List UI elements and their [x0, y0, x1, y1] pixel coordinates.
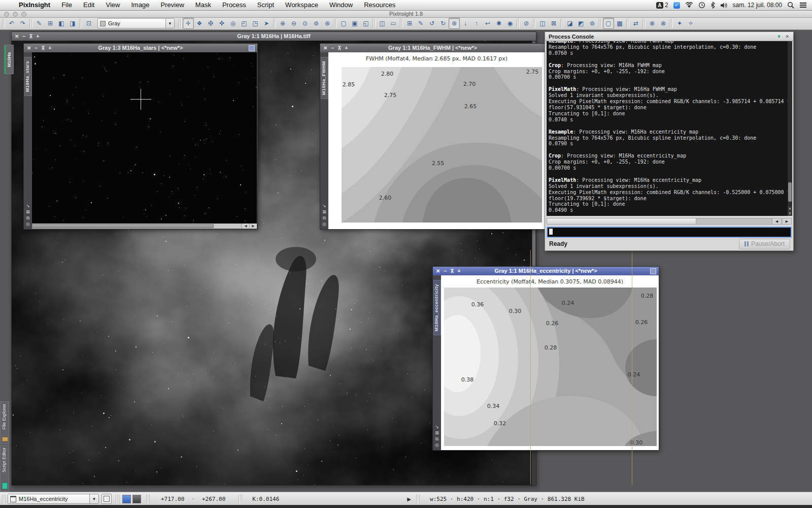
window-m16ha-fwhm[interactable]: ✕ − ⊼ + Gray 1:1 M16Ha_FWHM | <*new*> M1…: [320, 43, 546, 230]
crop-icon[interactable]: ▣: [349, 18, 360, 29]
window-m16ha-eccentricity[interactable]: ✕ − ⊼ + Gray 1:1 M16Ha_eccentricity | <*…: [432, 266, 659, 451]
duplicate-view-icon[interactable]: ◧: [56, 18, 67, 29]
active-view-select[interactable]: M16Ha_eccentricity ▼: [8, 494, 99, 504]
screen-reset-all-icon[interactable]: ⊗: [658, 18, 669, 29]
toolbar-grip[interactable]: [670, 19, 673, 28]
screen-transfer-icon[interactable]: ⇄: [630, 18, 641, 29]
toolbar-grip[interactable]: [517, 19, 520, 28]
menu-view[interactable]: View: [100, 1, 125, 9]
dock-tab-file-explorer[interactable]: File Explorer: [0, 401, 9, 444]
screen-reset-icon[interactable]: ⊗: [647, 18, 658, 29]
split-view-icon[interactable]: ◫: [537, 18, 548, 29]
layers-icon[interactable]: ⧉: [323, 215, 326, 220]
toolbar-grip[interactable]: [642, 19, 646, 28]
process-explorer-icon[interactable]: ⊛: [449, 18, 460, 29]
select-tool-icon[interactable]: ➤: [261, 18, 272, 29]
dock-tab-script-editor[interactable]: Script Editor: [0, 445, 9, 492]
menu-process[interactable]: Process: [217, 1, 252, 9]
new-preview-icon[interactable]: ◰: [239, 18, 250, 29]
toolbar-grip[interactable]: [400, 19, 403, 28]
menu-window[interactable]: Window: [324, 1, 358, 9]
resize-corner-icon[interactable]: ↘: [322, 203, 326, 208]
layers-icon[interactable]: ⧉: [435, 436, 438, 441]
console-output[interactable]: Resample: Processing view: M16Ha FWHM ma…: [547, 41, 788, 216]
workspace-tab-m16ha[interactable]: M16Ha: [4, 45, 14, 74]
menu-edit[interactable]: Edit: [78, 1, 100, 9]
chevron-down-icon[interactable]: ▼: [165, 19, 174, 28]
target-icon[interactable]: ◎: [435, 442, 439, 448]
wifi-icon[interactable]: [685, 1, 693, 9]
chevron-down-icon[interactable]: ▼: [89, 494, 98, 503]
grip-handle[interactable]: [146, 494, 150, 503]
zoom-fit-icon[interactable]: ⊚: [311, 18, 322, 29]
edit-preview-icon[interactable]: ◳: [250, 18, 261, 29]
process-revert-icon[interactable]: ↩: [482, 18, 493, 29]
menu-preview[interactable]: Preview: [155, 1, 190, 9]
new-image-window-icon[interactable]: ⊞: [45, 18, 56, 29]
process-new-icon[interactable]: ⊞: [404, 18, 415, 29]
process-export-icon[interactable]: ↑: [471, 18, 482, 29]
fwhm-plot-canvas[interactable]: FWHM (Moffat4, Median 2.685 px, MAD 0.16…: [328, 52, 545, 229]
menu-script[interactable]: Script: [252, 1, 280, 9]
view-tab[interactable]: M16Ha_stars: [24, 57, 32, 96]
process-redo-icon[interactable]: ↻: [437, 18, 449, 29]
notification-center-icon[interactable]: [799, 1, 807, 9]
toolbar-grip[interactable]: [334, 19, 337, 28]
play-icon[interactable]: ▶: [407, 496, 411, 502]
view-tab[interactable]: M16Ha_eccentricity: [433, 280, 441, 335]
mask-off-icon[interactable]: ⊠: [26, 209, 30, 214]
screen-stf-icon[interactable]: ▢: [603, 18, 614, 29]
selection-icon[interactable]: ▢: [338, 18, 349, 29]
menu-resources[interactable]: Resources: [358, 1, 401, 9]
view-tab[interactable]: M16Ha_FWHM: [321, 57, 328, 99]
process-settings-icon[interactable]: ✱: [493, 18, 504, 29]
mask-find-icon[interactable]: ⊚: [587, 18, 598, 29]
toolbar-grip[interactable]: [599, 19, 602, 28]
menu-mask[interactable]: Mask: [190, 1, 217, 9]
horizontal-scrollbar[interactable]: [32, 224, 242, 229]
process-undo-icon[interactable]: ↺: [426, 18, 437, 29]
console-scroll-arrows[interactable]: ◀▶: [771, 218, 792, 225]
console-vertical-scrollbar[interactable]: ▲ ▼: [788, 41, 792, 216]
zoom-in-icon[interactable]: ⊕: [277, 18, 288, 29]
menu-workspace[interactable]: Workspace: [280, 1, 324, 9]
expand-view-icon[interactable]: ❖: [194, 18, 205, 29]
window-title-bar[interactable]: ✕ − ⊼ + Gray 1:1 M16Ha | M16Ha.tiff: [12, 32, 536, 41]
zoom-custom-icon[interactable]: ⊛: [322, 18, 333, 29]
menu-image[interactable]: Image: [125, 1, 155, 9]
scroll-up-icon[interactable]: ▲: [788, 206, 792, 211]
mask-off-icon[interactable]: ⊠: [322, 209, 326, 214]
new-view-window-icon[interactable]: ⊡: [83, 18, 94, 29]
grip-handle[interactable]: [116, 494, 119, 503]
console-command-input[interactable]: [547, 227, 792, 238]
close-view-icon[interactable]: ⊠: [548, 18, 559, 29]
resize-corner-icon[interactable]: ↘: [26, 203, 30, 208]
toolbar-grip[interactable]: [29, 19, 32, 28]
navigator-icon[interactable]: ◎: [227, 18, 239, 29]
window-title-bar[interactable]: ✕ − ⊼ + Gray 1:3 M16Ha_stars | <*new*>: [24, 44, 257, 52]
color-mode-select[interactable]: Gray ▼: [97, 18, 175, 28]
target-icon[interactable]: ◎: [322, 221, 326, 227]
window-title-bar[interactable]: ✕ − ⊼ + Gray 1:1 M16Ha_FWHM | <*new*>: [320, 44, 545, 52]
toolbar-grip[interactable]: [2, 19, 5, 28]
scroll-down-icon[interactable]: ▼: [788, 211, 792, 216]
center-view-icon[interactable]: ✜: [216, 18, 227, 29]
toolbar-grip[interactable]: [626, 19, 629, 28]
toolbar-grip[interactable]: [373, 19, 376, 28]
duplicate-mask-icon[interactable]: ◨: [67, 18, 78, 29]
process-console-header[interactable]: Process Console ▼ ✕: [545, 32, 793, 41]
grip-handle[interactable]: [2, 494, 6, 503]
console-horizontal-scrollbar[interactable]: [547, 218, 773, 225]
scrollbar-arrows[interactable]: ◀▶: [242, 224, 257, 229]
contract-view-icon[interactable]: ✠: [205, 18, 216, 29]
process-import-icon[interactable]: ↓: [460, 18, 471, 29]
toolbar-grip[interactable]: [79, 19, 82, 28]
layers-icon[interactable]: ⧉: [26, 215, 29, 220]
spotlight-search-icon[interactable]: [787, 1, 794, 9]
screen-24bit-icon[interactable]: ▦: [614, 18, 625, 29]
dropbox-icon[interactable]: ✓: [673, 2, 680, 9]
selection-color-swatch[interactable]: [122, 495, 131, 503]
close-icon[interactable]: ✕: [785, 34, 789, 39]
process-delete-icon[interactable]: ⊘: [521, 18, 532, 29]
mask-off-icon[interactable]: ⊠: [435, 430, 439, 435]
